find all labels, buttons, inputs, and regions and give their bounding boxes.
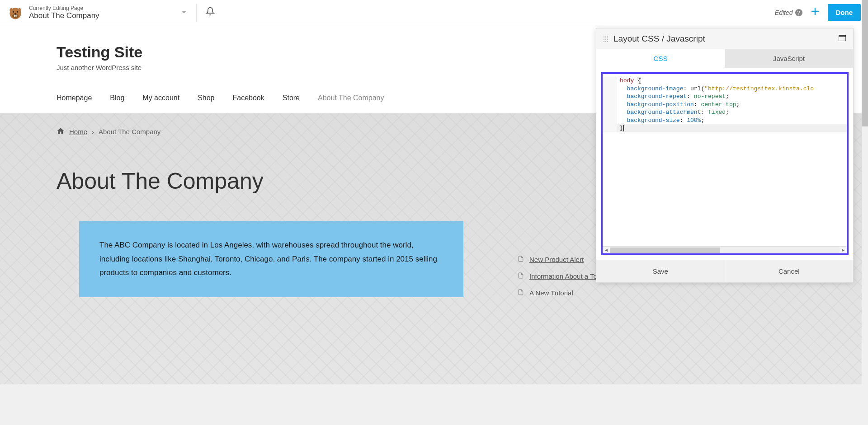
maximize-icon[interactable] xyxy=(839,35,846,43)
file-icon xyxy=(518,289,524,297)
sidebar-link[interactable]: Information About a Topic xyxy=(529,272,606,280)
scroll-thumb[interactable] xyxy=(610,248,720,253)
list-item: A New Tutorial xyxy=(518,289,606,297)
scroll-track[interactable] xyxy=(610,248,840,253)
logo-area: Currently Editing Page About The Company xyxy=(7,5,99,21)
nav-homepage[interactable]: Homepage xyxy=(57,94,92,102)
svg-point-3 xyxy=(17,11,19,13)
code-editor[interactable]: body { background-image: url("http://tes… xyxy=(601,72,849,255)
panel-footer: Save Cancel xyxy=(596,260,853,282)
horizontal-scrollbar[interactable]: ◄ ► xyxy=(603,246,847,253)
svg-rect-12 xyxy=(839,35,846,37)
nav-my-account[interactable]: My account xyxy=(142,94,179,102)
drag-handle-icon[interactable] xyxy=(604,36,609,42)
done-button[interactable]: Done xyxy=(828,4,861,21)
page-title: About The Company xyxy=(29,11,99,20)
file-icon xyxy=(518,272,524,280)
tab-css[interactable]: CSS xyxy=(596,49,725,68)
scroll-left-arrow[interactable]: ◄ xyxy=(603,248,610,252)
editing-label: Currently Editing Page xyxy=(29,5,99,11)
edited-status: Edited ? xyxy=(775,9,802,16)
save-button[interactable]: Save xyxy=(596,260,725,282)
tab-javascript[interactable]: JavaScript xyxy=(725,49,853,68)
sidebar-link[interactable]: New Product Alert xyxy=(529,256,584,263)
nav-blog[interactable]: Blog xyxy=(110,94,124,102)
bell-icon[interactable] xyxy=(206,7,215,18)
nav-facebook[interactable]: Facebook xyxy=(233,94,264,102)
panel-title: Layout CSS / Javascript xyxy=(613,34,839,44)
help-icon[interactable]: ? xyxy=(795,9,802,16)
top-bar-right: Edited ? Done xyxy=(775,4,861,21)
add-content-button[interactable] xyxy=(810,5,821,20)
beaver-builder-logo xyxy=(7,5,24,21)
page-vertical-scrollbar[interactable] xyxy=(862,0,868,384)
svg-point-4 xyxy=(14,13,17,14)
css-js-panel: Layout CSS / Javascript CSS JavaScript b… xyxy=(596,28,854,283)
panel-header[interactable]: Layout CSS / Javascript xyxy=(596,28,853,49)
file-icon xyxy=(518,255,524,264)
nav-shop[interactable]: Shop xyxy=(198,94,214,102)
scroll-right-arrow[interactable]: ► xyxy=(840,248,847,252)
svg-rect-5 xyxy=(14,14,15,17)
sidebar-link[interactable]: A New Tutorial xyxy=(529,289,573,297)
breadcrumb-current: About The Company xyxy=(99,128,160,135)
list-item: New Product Alert xyxy=(518,255,606,264)
cancel-button[interactable]: Cancel xyxy=(725,260,854,282)
breadcrumb-separator: › xyxy=(92,128,94,135)
list-item: Information About a Topic xyxy=(518,272,606,280)
code-lines: body { background-image: url("http://tes… xyxy=(603,74,847,135)
text-cursor xyxy=(623,125,624,131)
page-info: Currently Editing Page About The Company xyxy=(29,5,99,20)
nav-about-company[interactable]: About The Company xyxy=(318,94,384,102)
svg-point-8 xyxy=(18,8,21,12)
svg-rect-6 xyxy=(15,14,16,17)
company-description-block[interactable]: The ABC Company is located in Los Angele… xyxy=(79,221,463,297)
nav-store[interactable]: Store xyxy=(283,94,300,102)
code-area-wrapper: body { background-image: url("http://tes… xyxy=(596,68,853,260)
chevron-down-icon[interactable] xyxy=(181,9,187,17)
home-icon xyxy=(57,127,65,136)
divider xyxy=(196,4,197,22)
sidebar-links: New Product Alert Information About a To… xyxy=(518,255,606,305)
svg-point-2 xyxy=(13,11,14,13)
svg-point-7 xyxy=(9,8,13,12)
panel-tabs: CSS JavaScript xyxy=(596,49,853,68)
editor-top-bar: Currently Editing Page About The Company… xyxy=(0,0,868,25)
breadcrumb-home-link[interactable]: Home xyxy=(69,128,87,135)
scroll-thumb[interactable] xyxy=(862,0,868,126)
